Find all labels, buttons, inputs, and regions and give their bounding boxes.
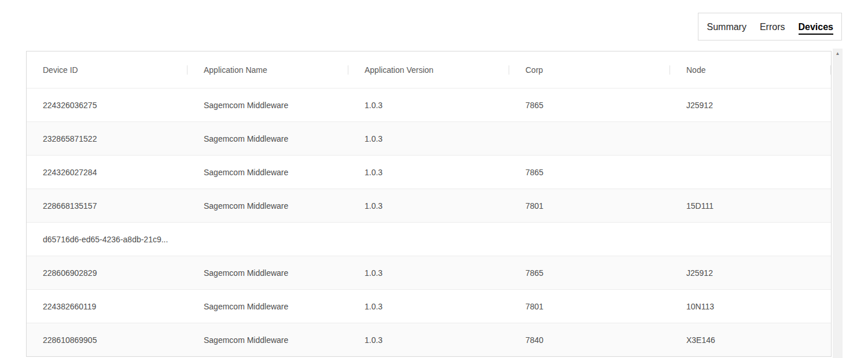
- column-header-label: Node: [686, 65, 705, 75]
- column-header-label: Application Name: [204, 65, 267, 75]
- cell-corp: 7865: [509, 168, 670, 177]
- column-header-app_name[interactable]: Application Name: [187, 65, 348, 75]
- cell-app_version: 1.0.3: [348, 101, 509, 110]
- cell-app_name: Sagemcom Middleware: [187, 168, 348, 177]
- cell-device_id: 224326027284: [27, 168, 187, 177]
- column-header-device_id[interactable]: Device ID: [27, 65, 187, 75]
- report-tabs: Summary Errors Devices: [698, 13, 842, 40]
- cell-app_name: Sagemcom Middleware: [187, 268, 348, 278]
- cell-corp: 7840: [509, 335, 670, 345]
- table-row[interactable]: 224326036275Sagemcom Middleware1.0.37865…: [27, 88, 831, 121]
- cell-device_id: 228668135157: [27, 201, 187, 211]
- cell-node: J25912: [670, 268, 831, 278]
- cell-device_id: 228606902829: [27, 268, 187, 278]
- page: Summary Errors Devices Device IDApplicat…: [0, 0, 868, 358]
- devices-table: Device IDApplication NameApplication Ver…: [26, 51, 832, 357]
- table-body: 224326036275Sagemcom Middleware1.0.37865…: [27, 88, 831, 356]
- cell-node: 15D111: [670, 201, 831, 211]
- tab-devices[interactable]: Devices: [799, 21, 834, 35]
- table-header-row: Device IDApplication NameApplication Ver…: [27, 51, 831, 88]
- cell-device_id: d65716d6-ed65-4236-a8db-21c9...: [27, 235, 187, 244]
- cell-node: J25912: [670, 101, 831, 110]
- cell-corp: 7801: [509, 302, 670, 311]
- column-header-corp[interactable]: Corp: [509, 65, 670, 75]
- cell-device_id: 224326036275: [27, 101, 187, 110]
- cell-node: X3E146: [670, 335, 831, 345]
- tab-summary[interactable]: Summary: [707, 21, 746, 32]
- tab-errors[interactable]: Errors: [760, 21, 785, 32]
- scroll-up-button[interactable]: ▲: [833, 49, 843, 58]
- cell-app_version: 1.0.3: [348, 302, 509, 311]
- column-header-label: Corp: [525, 65, 543, 75]
- cell-app_version: 1.0.3: [348, 201, 509, 211]
- column-header-node[interactable]: Node: [670, 65, 831, 75]
- table-row[interactable]: 224382660119Sagemcom Middleware1.0.37801…: [27, 289, 831, 323]
- table-row[interactable]: d65716d6-ed65-4236-a8db-21c9...: [27, 222, 831, 256]
- table-row[interactable]: 228610869905Sagemcom Middleware1.0.37840…: [27, 323, 831, 356]
- cell-app_name: Sagemcom Middleware: [187, 201, 348, 211]
- cell-app_name: Sagemcom Middleware: [187, 101, 348, 110]
- cell-node: 10N113: [670, 302, 831, 311]
- cell-corp: 7865: [509, 268, 670, 278]
- table-row[interactable]: 224326027284Sagemcom Middleware1.0.37865: [27, 155, 831, 189]
- cell-device_id: 228610869905: [27, 335, 187, 345]
- cell-app_version: 1.0.3: [348, 134, 509, 143]
- vertical-scrollbar[interactable]: ▲: [833, 49, 843, 358]
- cell-app_version: 1.0.3: [348, 335, 509, 345]
- scroll-up-icon: ▲: [836, 51, 840, 56]
- cell-device_id: 224382660119: [27, 302, 187, 311]
- column-header-label: Application Version: [365, 65, 433, 75]
- cell-app_version: 1.0.3: [348, 268, 509, 278]
- column-header-app_version[interactable]: Application Version: [348, 65, 509, 75]
- table-row[interactable]: 232865871522Sagemcom Middleware1.0.3: [27, 121, 831, 155]
- table-row[interactable]: 228606902829Sagemcom Middleware1.0.37865…: [27, 256, 831, 289]
- cell-corp: 7865: [509, 101, 670, 110]
- cell-app_name: Sagemcom Middleware: [187, 302, 348, 311]
- cell-app_name: Sagemcom Middleware: [187, 134, 348, 143]
- cell-corp: 7801: [509, 201, 670, 211]
- cell-device_id: 232865871522: [27, 134, 187, 143]
- cell-app_name: Sagemcom Middleware: [187, 335, 348, 345]
- column-header-label: Device ID: [43, 65, 78, 75]
- cell-app_version: 1.0.3: [348, 168, 509, 177]
- table-row[interactable]: 228668135157Sagemcom Middleware1.0.37801…: [27, 189, 831, 222]
